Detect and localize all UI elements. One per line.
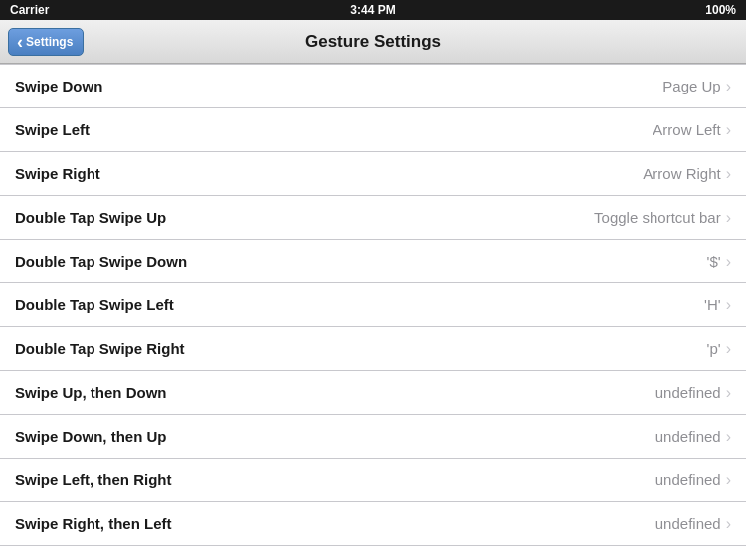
row-label: Swipe Up, then Down xyxy=(15,384,167,401)
table-row[interactable]: Swipe Left, then Rightundefined› xyxy=(0,459,746,502)
row-value-wrap: 'p'› xyxy=(707,340,731,358)
row-label: Double Tap Swipe Right xyxy=(15,340,185,357)
chevron-icon: › xyxy=(726,209,731,227)
table-row[interactable]: Double Tap Swipe Left'H'› xyxy=(0,283,746,327)
row-value: undefined xyxy=(655,428,721,445)
table-row[interactable]: Double Tap Swipe Right'p'› xyxy=(0,327,746,371)
row-value-wrap: undefined› xyxy=(655,384,731,402)
battery-label: 100% xyxy=(705,3,736,17)
table-row[interactable]: Swipe RightArrow Right› xyxy=(0,152,746,196)
chevron-icon: › xyxy=(726,296,731,314)
row-label: Double Tap Swipe Left xyxy=(15,296,174,313)
row-label: Swipe Left, then Right xyxy=(15,471,172,488)
back-button[interactable]: Settings xyxy=(8,28,84,56)
time-label: 3:44 PM xyxy=(350,3,395,17)
chevron-icon: › xyxy=(726,384,731,402)
carrier-label: Carrier xyxy=(10,3,49,17)
table-row[interactable]: Swipe Right, then Leftundefined› xyxy=(0,502,746,546)
row-label: Swipe Down, then Up xyxy=(15,428,167,445)
table-row[interactable]: Double Tap Swipe UpToggle shortcut bar› xyxy=(0,196,746,240)
table-section-0: Swipe DownPage Up›Swipe LeftArrow Left›S… xyxy=(0,64,746,560)
row-label: Double Tap Swipe Up xyxy=(15,209,166,226)
row-value: 'H' xyxy=(704,296,721,313)
table-row[interactable]: Swipe Up, then Downundefined› xyxy=(0,371,746,415)
row-value-wrap: Arrow Right› xyxy=(643,165,731,183)
nav-title: Gesture Settings xyxy=(305,32,441,52)
nav-bar: Settings Gesture Settings xyxy=(0,20,746,64)
row-value: Page Up xyxy=(662,78,720,94)
row-value: Toggle shortcut bar xyxy=(594,209,721,226)
table-row[interactable]: Swipe Right, then Up'=' + Scroll to curs… xyxy=(0,546,746,560)
row-label: Swipe Left xyxy=(15,121,90,138)
row-value: undefined xyxy=(655,384,721,401)
chevron-icon: › xyxy=(726,471,731,489)
content-area: Swipe DownPage Up›Swipe LeftArrow Left›S… xyxy=(0,64,746,560)
table-row[interactable]: Swipe DownPage Up› xyxy=(0,65,746,108)
row-value: undefined xyxy=(655,471,721,488)
chevron-icon: › xyxy=(726,515,731,533)
table-row[interactable]: Double Tap Swipe Down'$'› xyxy=(0,240,746,283)
back-button-label: Settings xyxy=(26,35,73,49)
chevron-icon: › xyxy=(726,121,731,139)
chevron-icon: › xyxy=(726,78,731,95)
row-value-wrap: undefined› xyxy=(655,515,731,533)
row-value: Arrow Left xyxy=(653,121,720,138)
row-value: undefined xyxy=(655,515,721,532)
row-label: Swipe Right, then Left xyxy=(15,515,172,532)
row-value-wrap: undefined› xyxy=(655,471,731,489)
row-value: Arrow Right xyxy=(643,165,720,182)
row-value-wrap: '$'› xyxy=(707,253,731,271)
row-label: Swipe Right xyxy=(15,165,100,182)
table-row[interactable]: Swipe Down, then Upundefined› xyxy=(0,415,746,459)
chevron-icon: › xyxy=(726,165,731,183)
row-value: '$' xyxy=(707,253,721,270)
row-value-wrap: Page Up› xyxy=(662,78,731,95)
chevron-icon: › xyxy=(726,428,731,446)
row-value: 'p' xyxy=(707,340,721,357)
chevron-icon: › xyxy=(726,340,731,358)
row-label: Double Tap Swipe Down xyxy=(15,253,187,270)
table-row[interactable]: Swipe LeftArrow Left› xyxy=(0,108,746,152)
row-value-wrap: Arrow Left› xyxy=(653,121,731,139)
row-value-wrap: Toggle shortcut bar› xyxy=(594,209,731,227)
row-value-wrap: undefined› xyxy=(655,428,731,446)
chevron-icon: › xyxy=(726,253,731,271)
status-bar: Carrier 3:44 PM 100% xyxy=(0,0,746,20)
row-label: Swipe Down xyxy=(15,78,102,94)
row-value-wrap: 'H'› xyxy=(704,296,731,314)
